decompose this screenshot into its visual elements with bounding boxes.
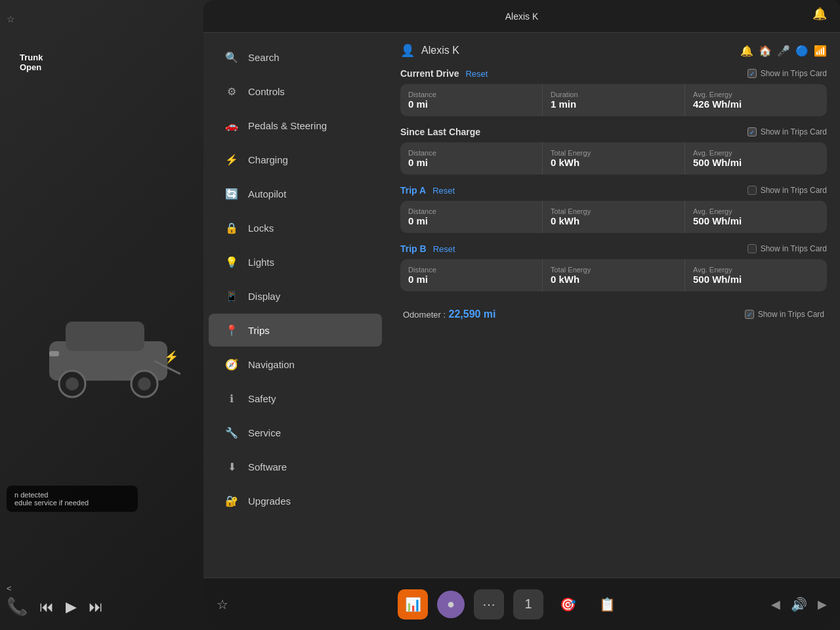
sidebar-toggle[interactable]: <	[7, 583, 12, 593]
odometer-show-trips: Show in Trips Card	[745, 310, 824, 319]
sidebar-item-controls[interactable]: ⚙ Controls	[209, 75, 382, 108]
taskbar-bar-icon[interactable]: 📊	[398, 589, 428, 620]
charging-label: Charging	[248, 154, 288, 165]
top-alarm-icon: 🔔	[812, 7, 827, 21]
sidebar-item-autopilot[interactable]: 🔄 Autopilot	[209, 177, 382, 210]
sidebar-item-software[interactable]: ⬇ Software	[209, 450, 382, 483]
current-drive-header: Current Drive Reset Show in Trips Card	[400, 68, 827, 79]
sidebar: 🔍 Search ⚙ Controls 🚗 Pedals & Steering …	[203, 33, 387, 578]
trip-b-section: Trip B Reset Show in Trips Card Distance…	[400, 243, 827, 291]
status-icons: 🔔 🏠 🎤 🔵 📶	[740, 45, 827, 57]
slc-total-energy-cell: Total Energy 0 kWh	[543, 142, 685, 175]
trip-a-total-energy-label: Total Energy	[551, 207, 677, 215]
media-icon[interactable]: ⏮	[39, 598, 54, 616]
software-icon: ⬇	[224, 459, 239, 474]
since-last-charge-checkbox[interactable]	[747, 127, 757, 136]
taskbar-circle-icon[interactable]: ●	[437, 591, 465, 618]
display-label: Display	[248, 291, 280, 302]
user-info: 👤 Alexis K	[400, 43, 459, 58]
taskbar-volume-icon[interactable]: 🔊	[791, 597, 807, 612]
trip-a-total-energy-value: 0 kWh	[551, 215, 677, 226]
sidebar-item-safety[interactable]: ℹ Safety	[209, 382, 382, 415]
taskbar-right: ◀ 🔊 ▶	[633, 597, 840, 612]
trip-b-distance-value: 0 mi	[408, 274, 534, 285]
favorite-icon[interactable]: ☆	[7, 14, 15, 24]
odometer-info: Odometer : 22,590 mi	[403, 308, 496, 320]
play-icon[interactable]: ▶	[66, 598, 77, 616]
trip-a-section: Trip A Reset Show in Trips Card Distance…	[400, 185, 827, 233]
slc-distance-value: 0 mi	[408, 157, 534, 168]
current-drive-checkbox[interactable]	[747, 69, 757, 78]
trip-a-avg-energy-value: 500 Wh/mi	[693, 215, 819, 226]
locks-label: Locks	[248, 222, 274, 234]
navigation-icon: 🧭	[224, 357, 239, 371]
sidebar-item-display[interactable]: 📱 Display	[209, 280, 382, 312]
sidebar-item-locks[interactable]: 🔒 Locks	[209, 211, 382, 244]
current-drive-duration-label: Duration	[551, 91, 677, 98]
taskbar-dots-icon[interactable]: ⋯	[474, 589, 504, 620]
trip-a-distance-label: Distance	[408, 207, 534, 215]
alarm-status-icon: 🔔	[740, 45, 753, 57]
sidebar-item-navigation[interactable]: 🧭 Navigation	[209, 348, 382, 381]
controls-icon: ⚙	[224, 84, 239, 98]
taskbar-back-icon[interactable]: ◀	[771, 597, 780, 612]
taskbar-center: 📊 ● ⋯ 1 🎯 📋	[398, 589, 622, 620]
trip-b-checkbox[interactable]	[747, 244, 757, 253]
taskbar-target-icon[interactable]: 🎯	[553, 589, 583, 620]
navigation-label: Navigation	[248, 359, 295, 370]
trip-b-title: Trip B	[400, 243, 427, 254]
trip-b-reset[interactable]: Reset	[433, 244, 455, 254]
trip-b-avg-energy-cell: Avg. Energy 500 Wh/mi	[685, 259, 827, 291]
sidebar-item-search[interactable]: 🔍 Search	[209, 41, 382, 74]
taskbar-forward-icon[interactable]: ▶	[818, 597, 827, 612]
trip-b-title-row: Trip B Reset	[400, 243, 455, 254]
search-icon: 🔍	[224, 50, 239, 64]
pedals-label: Pedals & Steering	[248, 120, 327, 131]
trip-b-total-energy-value: 0 kWh	[551, 274, 677, 285]
trips-label: Trips	[248, 325, 270, 336]
current-drive-reset[interactable]: Reset	[465, 69, 488, 79]
user-avatar-icon: 👤	[400, 43, 415, 58]
slc-total-energy-value: 0 kWh	[551, 157, 677, 168]
current-drive-distance-cell: Distance 0 mi	[400, 84, 543, 116]
sidebar-item-upgrades[interactable]: 🔐 Upgrades	[209, 484, 382, 517]
notification-bar: n detected edule service if needed	[7, 486, 138, 512]
main-panel: Alexis K 🔔 🔍 Search ⚙ Controls 🚗 Pedals …	[203, 0, 840, 630]
service-label: Service	[248, 427, 281, 438]
odometer-value: 22,590 mi	[448, 308, 495, 320]
upgrades-icon: 🔐	[224, 494, 239, 508]
safety-icon: ℹ	[224, 391, 239, 406]
since-last-charge-show-trips: Show in Trips Card	[747, 127, 827, 136]
bluetooth-status-icon: 🔵	[795, 45, 808, 57]
sidebar-item-lights[interactable]: 💡 Lights	[209, 245, 382, 278]
charging-icon: ⚡	[224, 152, 239, 167]
sidebar-item-charging[interactable]: ⚡ Charging	[209, 143, 382, 176]
taskbar-num-icon[interactable]: 1	[513, 589, 543, 620]
car-background: Trunk Open ⚡ n detected edule service if…	[0, 0, 217, 630]
svg-point-5	[138, 377, 151, 390]
current-drive-title: Current Drive	[400, 68, 459, 79]
current-drive-avg-energy-value: 426 Wh/mi	[693, 98, 819, 110]
slc-distance-label: Distance	[408, 149, 534, 157]
current-drive-section: Current Drive Reset Show in Trips Card D…	[400, 68, 827, 116]
sidebar-item-pedals[interactable]: 🚗 Pedals & Steering	[209, 109, 382, 142]
trip-a-reset[interactable]: Reset	[432, 186, 455, 196]
taskbar-star-icon[interactable]: ☆	[217, 597, 228, 612]
autopilot-icon: 🔄	[224, 186, 239, 201]
svg-rect-1	[66, 322, 144, 351]
sidebar-item-service[interactable]: 🔧 Service	[209, 416, 382, 449]
trip-a-checkbox[interactable]	[747, 186, 757, 195]
pedals-icon: 🚗	[224, 118, 239, 133]
sidebar-item-trips[interactable]: 📍 Trips	[209, 314, 382, 346]
since-last-charge-title-row: Since Last Charge	[400, 127, 480, 137]
next-icon[interactable]: ⏭	[89, 598, 103, 616]
software-label: Software	[248, 461, 287, 472]
svg-text:⚡: ⚡	[164, 350, 179, 364]
taskbar-clip-icon[interactable]: 📋	[592, 589, 622, 620]
current-drive-duration-value: 1 min	[551, 98, 677, 110]
current-drive-distance-value: 0 mi	[408, 98, 534, 110]
trip-b-distance-label: Distance	[408, 266, 534, 274]
odometer-checkbox[interactable]	[745, 310, 754, 319]
phone-icon[interactable]: 📞	[7, 597, 28, 617]
trip-a-avg-energy-label: Avg. Energy	[693, 207, 819, 215]
